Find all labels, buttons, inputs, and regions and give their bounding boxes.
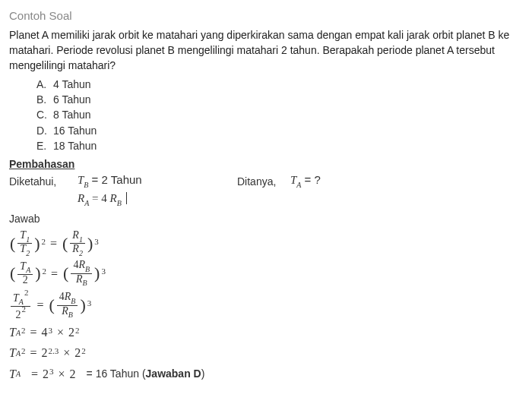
- option-e: E. 18 Tahun: [36, 138, 523, 153]
- equation-3: TA2 22 = ( 4RB RB )3: [9, 290, 523, 320]
- answer-heading: Jawab: [9, 211, 523, 226]
- given-label: Diketahui,: [9, 174, 78, 189]
- asked-label: Ditanya,: [237, 174, 290, 189]
- asked-value: TA = ?: [290, 172, 321, 191]
- option-text: 6 Tahun: [53, 92, 91, 107]
- answer-options: A. 4 Tahun B. 6 Tahun C. 8 Tahun D. 16 T…: [36, 77, 523, 153]
- option-b: B. 6 Tahun: [36, 92, 523, 107]
- given-row-2: RA = 4 RB: [9, 191, 523, 209]
- question-text: Planet A memiliki jarak orbit ke matahar…: [9, 27, 523, 74]
- option-letter: E.: [36, 138, 53, 153]
- equation-5: TA2 = 22.3 × 22: [9, 344, 523, 361]
- solution-heading: Pembahasan: [9, 156, 523, 172]
- option-letter: B.: [36, 92, 53, 107]
- option-text: 4 Tahun: [53, 77, 91, 92]
- section-title: Contoh Soal: [9, 8, 523, 24]
- option-a: A. 4 Tahun: [36, 77, 523, 92]
- given-value-2: RA = 4 RB: [78, 191, 237, 209]
- equation-6: TA = 23 × 2 = 16 Tahun (Jawaban D): [9, 365, 523, 383]
- option-d: D. 16 Tahun: [36, 123, 523, 138]
- option-letter: A.: [36, 77, 53, 92]
- option-c: C. 8 Tahun: [36, 107, 523, 122]
- option-text: 8 Tahun: [53, 107, 91, 122]
- equation-2: ( TA 2 )2 = ( 4RB RB )3: [9, 260, 523, 287]
- option-letter: D.: [36, 123, 53, 138]
- given-row-1: Diketahui, TB = 2 Tahun Ditanya, TA = ?: [9, 172, 523, 191]
- equation-1: ( T1 T2 )2 = ( R1 R2 )3: [9, 230, 523, 257]
- option-text: 18 Tahun: [53, 138, 97, 153]
- given-value-1: TB = 2 Tahun: [78, 172, 237, 191]
- final-answer: = 16 Tahun (Jawaban D): [87, 366, 205, 381]
- option-letter: C.: [36, 107, 53, 122]
- equation-4: TA2 = 43 × 22: [9, 323, 523, 341]
- option-text: 16 Tahun: [53, 123, 97, 138]
